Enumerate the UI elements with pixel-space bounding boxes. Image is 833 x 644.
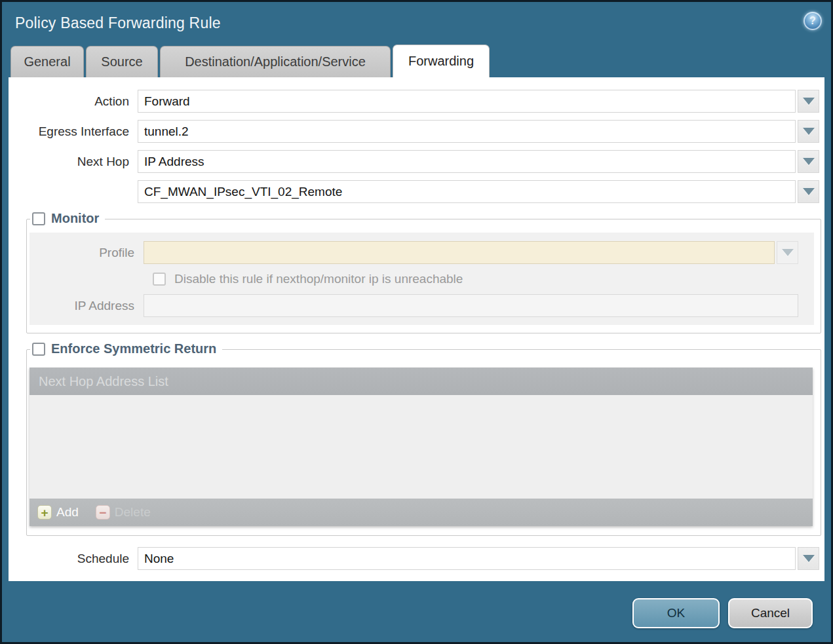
next-hop-address-dropdown-button[interactable] — [798, 180, 819, 203]
enforce-symmetric-return-section: Enforce Symmetric Return Next Hop Addres… — [26, 349, 821, 536]
next-hop-address-list-toolbar: + Add − Delete — [29, 499, 813, 526]
chevron-down-icon — [803, 158, 815, 165]
disable-rule-label: Disable this rule if nexthop/monitor ip … — [174, 272, 463, 286]
add-button[interactable]: + Add — [37, 505, 79, 520]
delete-button: − Delete — [96, 505, 151, 520]
forwarding-tab-panel: Action Egress Interface Next Hop — [9, 77, 824, 581]
profile-label: Profile — [29, 246, 144, 260]
monitor-section: Monitor Profile Disable this rule if nex… — [26, 219, 821, 333]
chevron-down-icon — [803, 98, 815, 105]
egress-interface-input[interactable] — [138, 120, 796, 143]
schedule-input[interactable] — [138, 547, 796, 570]
dialog-title: Policy Based Forwarding Rule — [15, 14, 221, 32]
add-icon: + — [37, 505, 52, 520]
profile-input — [144, 241, 775, 264]
egress-interface-label: Egress Interface — [9, 124, 138, 139]
action-label: Action — [9, 94, 138, 109]
profile-dropdown-button — [777, 241, 798, 264]
chevron-down-icon — [803, 128, 815, 135]
dialog-titlebar: Policy Based Forwarding Rule ? — [2, 2, 831, 45]
question-mark-glyph: ? — [809, 15, 816, 27]
enforce-symmetric-return-legend: Enforce Symmetric Return — [30, 341, 222, 356]
tab-bar: General Source Destination/Application/S… — [10, 45, 490, 77]
action-input[interactable] — [138, 90, 796, 113]
dialog-button-bar: OK Cancel — [2, 581, 831, 642]
next-hop-address-input[interactable] — [138, 180, 796, 203]
next-hop-address-row — [9, 180, 824, 203]
chevron-down-icon — [803, 188, 815, 195]
action-dropdown-button[interactable] — [798, 90, 819, 113]
delete-button-label: Delete — [115, 505, 151, 520]
next-hop-type-input[interactable] — [138, 150, 796, 173]
monitor-checkbox[interactable] — [32, 212, 45, 225]
monitor-profile-row: Profile — [29, 241, 814, 264]
ok-button[interactable]: OK — [632, 598, 720, 628]
next-hop-type-dropdown-button[interactable] — [798, 150, 819, 173]
monitor-legend-label: Monitor — [51, 211, 99, 226]
cancel-button[interactable]: Cancel — [728, 598, 813, 628]
pbf-rule-dialog: Policy Based Forwarding Rule ? General S… — [0, 0, 833, 644]
disable-rule-checkbox — [153, 273, 166, 286]
schedule-row: Schedule — [9, 547, 824, 570]
tab-forwarding[interactable]: Forwarding — [393, 45, 490, 77]
tab-destination-application-service[interactable]: Destination/Application/Service — [160, 46, 391, 77]
schedule-label: Schedule — [9, 552, 138, 566]
tab-source[interactable]: Source — [86, 46, 158, 77]
schedule-dropdown-button[interactable] — [798, 547, 819, 570]
tab-general[interactable]: General — [10, 46, 84, 77]
next-hop-label: Next Hop — [9, 155, 138, 169]
disable-rule-row: Disable this rule if nexthop/monitor ip … — [153, 272, 814, 286]
egress-interface-row: Egress Interface — [9, 120, 824, 143]
chevron-down-icon — [782, 249, 794, 256]
monitor-ip-address-input — [144, 294, 798, 317]
monitor-legend: Monitor — [30, 211, 105, 226]
add-button-label: Add — [56, 505, 79, 520]
monitor-panel: Profile Disable this rule if nexthop/mon… — [29, 233, 814, 325]
enforce-symmetric-return-checkbox[interactable] — [32, 343, 45, 356]
next-hop-type-row: Next Hop — [9, 150, 824, 173]
monitor-ip-address-row: IP Address — [29, 294, 814, 317]
enforce-symmetric-return-label: Enforce Symmetric Return — [51, 341, 216, 356]
delete-icon: − — [96, 505, 110, 520]
chevron-down-icon — [803, 555, 815, 562]
next-hop-address-list-body — [29, 395, 813, 499]
next-hop-address-list-header: Next Hop Address List — [29, 368, 813, 395]
monitor-ip-address-label: IP Address — [29, 299, 144, 313]
egress-interface-dropdown-button[interactable] — [798, 120, 819, 143]
next-hop-address-list-table: Next Hop Address List + Add − Delete — [29, 368, 813, 526]
action-row: Action — [9, 90, 824, 113]
help-icon[interactable]: ? — [804, 12, 822, 30]
